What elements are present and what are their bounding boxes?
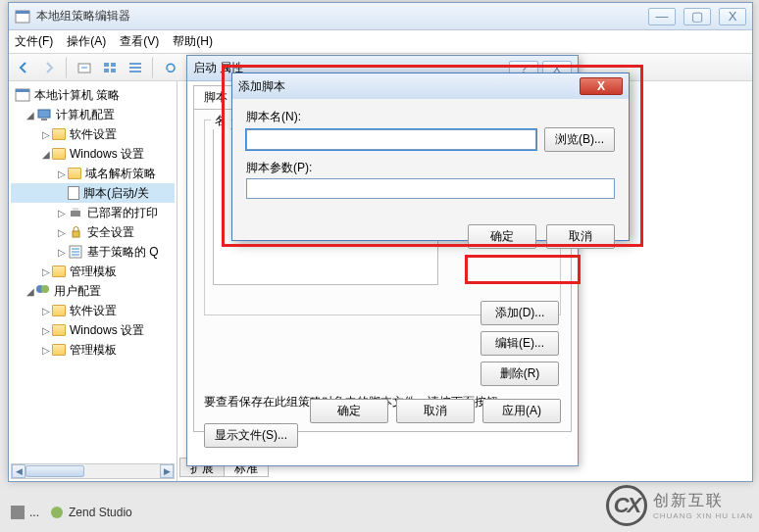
tree-label: 管理模板	[70, 342, 117, 359]
tree-label: 基于策略的 Q	[87, 244, 159, 261]
expand-icon[interactable]: ▷	[56, 247, 68, 258]
tree-label: 已部署的打印	[87, 205, 158, 221]
prop-apply-button[interactable]: 应用(A)	[482, 399, 561, 423]
tree-label: 安全设置	[87, 224, 134, 241]
tree-software[interactable]: ▷软件设置	[11, 124, 175, 144]
svg-rect-3	[104, 63, 109, 67]
group-label: 名	[211, 113, 230, 129]
tree-security[interactable]: ▷安全设置	[11, 222, 175, 242]
tree-u-templates[interactable]: ▷管理模板	[11, 340, 175, 360]
tree-policy-based[interactable]: ▷基于策略的 Q	[11, 242, 175, 262]
add-script-dialog: 添加脚本 X 脚本名(N): 浏览(B)... 脚本参数(P): 确定 取消	[231, 73, 630, 241]
watermark-text: 创新互联	[653, 491, 753, 511]
folder-icon	[68, 168, 81, 179]
scroll-right-button[interactable]: ▶	[160, 464, 174, 478]
add-ok-button[interactable]: 确定	[468, 224, 536, 249]
add-cancel-button[interactable]: 取消	[546, 224, 615, 249]
show-files-button[interactable]: 显示文件(S)...	[204, 423, 298, 448]
taskbar-label: Zend Studio	[69, 506, 132, 519]
expand-icon[interactable]: ▷	[56, 169, 68, 179]
side-buttons: 添加(D)... 编辑(E)... 删除(R)	[481, 301, 559, 386]
window-title: 本地组策略编辑器	[36, 8, 648, 24]
tree-label: 用户配置	[54, 283, 101, 300]
collapse-icon[interactable]: ◢	[40, 149, 52, 160]
menu-file[interactable]: 文件(F)	[15, 33, 53, 50]
forward-button[interactable]	[38, 57, 60, 78]
watermark-subtext: CHUANG XIN HU LIAN	[653, 511, 753, 520]
edit-button[interactable]: 编辑(E)...	[481, 331, 559, 356]
script-param-input[interactable]	[246, 178, 615, 199]
svg-rect-13	[73, 208, 78, 211]
script-name-input[interactable]	[246, 129, 536, 150]
separator	[66, 57, 68, 78]
tree-windows[interactable]: ◢Windows 设置	[11, 144, 175, 164]
watermark-logo: CX	[606, 485, 647, 526]
up-button[interactable]	[74, 57, 95, 78]
refresh-button[interactable]	[160, 57, 181, 78]
tree-dns[interactable]: ▷域名解析策略	[11, 164, 175, 183]
folder-icon	[52, 344, 66, 356]
tree-scripts[interactable]: 脚本(启动/关	[11, 183, 175, 203]
scroll-left-button[interactable]: ◀	[12, 464, 25, 478]
svg-rect-16	[11, 506, 25, 519]
tree-root-label: 本地计算机 策略	[34, 87, 120, 104]
tree-u-windows[interactable]: ▷Windows 设置	[11, 320, 175, 340]
expand-icon[interactable]: ▷	[56, 208, 68, 218]
tree-scrollbar[interactable]: ◀ ▶	[11, 463, 175, 479]
maximize-button[interactable]: ▢	[683, 8, 711, 25]
expand-icon[interactable]: ▷	[40, 325, 52, 336]
prop-bottom-buttons: 确定 取消 应用(A)	[310, 399, 561, 423]
browse-button[interactable]: 浏览(B)...	[544, 127, 615, 152]
taskbar-hints: ... Zend Studio	[10, 505, 132, 520]
add-close-button[interactable]: X	[580, 77, 623, 95]
menu-help[interactable]: 帮助(H)	[173, 33, 213, 50]
prop-ok-button[interactable]: 确定	[310, 399, 388, 423]
detail-button[interactable]	[125, 57, 146, 78]
tree-label: 管理模板	[70, 264, 117, 280]
folder-icon	[52, 128, 66, 140]
back-button[interactable]	[13, 57, 34, 78]
svg-rect-4	[111, 63, 116, 67]
menubar: 文件(F) 操作(A) 查看(V) 帮助(H)	[9, 30, 752, 54]
expand-icon[interactable]: ▷	[40, 266, 52, 277]
users-icon	[36, 285, 50, 297]
list-button[interactable]	[99, 57, 121, 78]
tree-label: 软件设置	[70, 126, 117, 143]
expand-icon[interactable]: ▷	[56, 227, 68, 238]
collapse-icon[interactable]: ◢	[25, 110, 36, 121]
tree-u-software[interactable]: ▷软件设置	[11, 301, 175, 320]
expand-icon[interactable]: ▷	[40, 345, 52, 356]
svg-point-17	[51, 507, 63, 518]
svg-rect-9	[16, 89, 29, 92]
scroll-thumb[interactable]	[25, 465, 84, 477]
svg-rect-11	[41, 119, 47, 121]
expand-icon[interactable]: ▷	[40, 306, 52, 316]
menu-action[interactable]: 操作(A)	[67, 33, 106, 50]
close-button[interactable]: X	[719, 8, 746, 25]
svg-rect-10	[38, 110, 50, 118]
add-body: 脚本名(N): 浏览(B)... 脚本参数(P):	[232, 99, 629, 217]
tree-printers[interactable]: ▷已部署的打印	[11, 203, 175, 222]
minimize-button[interactable]: —	[648, 8, 676, 25]
collapse-icon[interactable]: ◢	[25, 286, 36, 297]
menu-view[interactable]: 查看(V)	[120, 33, 159, 50]
folder-icon	[52, 266, 66, 277]
prop-cancel-button[interactable]: 取消	[396, 399, 475, 423]
tree-computer[interactable]: ◢计算机配置	[11, 105, 175, 124]
tree-label: 软件设置	[70, 303, 117, 319]
tree-user[interactable]: ◢用户配置	[11, 281, 175, 301]
tree-root[interactable]: 本地计算机 策略	[11, 85, 175, 105]
taskbar-item-zend[interactable]: Zend Studio	[49, 505, 132, 520]
add-button[interactable]: 添加(D)...	[481, 301, 559, 325]
taskbar-item[interactable]: ...	[10, 505, 39, 520]
window-buttons: — ▢ X	[648, 8, 746, 25]
folder-icon	[52, 148, 66, 160]
tree-templates[interactable]: ▷管理模板	[11, 262, 175, 281]
tree-panel[interactable]: 本地计算机 策略 ◢计算机配置 ▷软件设置 ◢Windows 设置 ▷域名解析策…	[9, 81, 177, 481]
expand-icon[interactable]: ▷	[40, 129, 52, 140]
tree-label: 脚本(启动/关	[83, 185, 149, 202]
titlebar: 本地组策略编辑器 — ▢ X	[9, 3, 752, 30]
add-title-text: 添加脚本	[238, 78, 580, 95]
remove-button[interactable]: 删除(R)	[481, 362, 559, 386]
svg-rect-5	[104, 69, 109, 73]
